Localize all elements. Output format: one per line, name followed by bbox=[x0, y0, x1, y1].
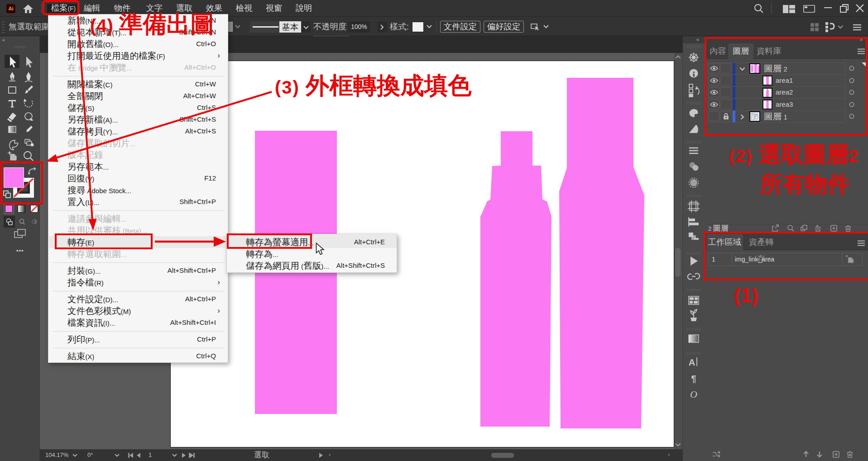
svg-text:¶: ¶ bbox=[691, 374, 696, 384]
svg-text:A: A bbox=[689, 357, 695, 367]
svg-text:O: O bbox=[690, 389, 697, 400]
